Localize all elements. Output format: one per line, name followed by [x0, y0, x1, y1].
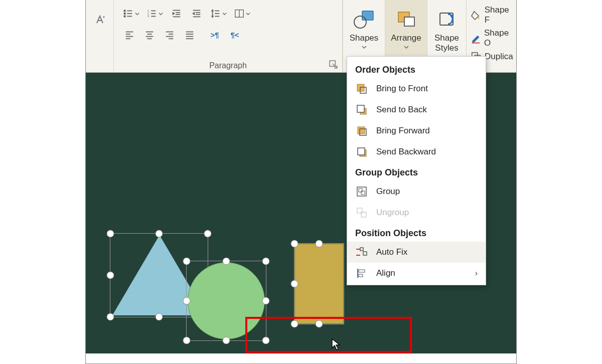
auto-fix-label: Auto Fix — [376, 247, 407, 257]
rtl-button[interactable]: ¶< — [226, 26, 243, 43]
shape-outline-label: Shape O — [484, 28, 516, 48]
shapes-label: Shapes — [350, 33, 379, 43]
bring-to-front-label: Bring to Front — [376, 84, 428, 94]
align-label: Align — [376, 268, 395, 278]
send-backward-icon — [355, 145, 368, 158]
send-to-back-label: Send to Back — [376, 105, 427, 115]
bring-to-front-item[interactable]: Bring to Front — [347, 78, 486, 99]
align-center-button[interactable] — [141, 26, 158, 43]
auto-fix-icon — [355, 246, 368, 259]
circle-shape — [188, 262, 265, 339]
align-justify-button[interactable] — [181, 26, 198, 43]
shape-fill-icon — [471, 10, 482, 21]
align-item[interactable]: Align › — [347, 263, 486, 284]
arrange-menu: Order Objects Bring to Front Send to Bac… — [347, 56, 486, 285]
shape-fill-label: Shape F — [485, 5, 516, 25]
font-color-button[interactable] — [86, 0, 113, 72]
duplicate-label: Duplica — [485, 52, 513, 62]
svg-point-43 — [354, 16, 366, 28]
increase-indent-button[interactable] — [188, 5, 205, 22]
auto-fix-item[interactable]: Auto Fix — [347, 242, 486, 263]
svg-rect-60 — [359, 189, 362, 192]
paragraph-group-label: Paragraph — [114, 61, 342, 70]
shape-styles-label: Shape Styles — [434, 33, 459, 53]
order-objects-header: Order Objects — [347, 60, 486, 78]
svg-rect-54 — [357, 105, 364, 112]
selected-rectangle[interactable] — [294, 243, 344, 324]
line-spacing-button[interactable] — [208, 5, 229, 22]
svg-rect-51 — [357, 84, 364, 91]
group-item[interactable]: Group — [347, 181, 486, 202]
svg-rect-45 — [404, 17, 414, 26]
shape-styles-icon — [437, 9, 457, 29]
ltr-button[interactable]: >¶ — [206, 26, 223, 43]
bring-forward-item[interactable]: Bring Forward — [347, 120, 486, 141]
submenu-arrow-icon: › — [475, 269, 478, 278]
svg-rect-66 — [360, 248, 363, 251]
group-objects-header: Group Objects — [347, 162, 486, 181]
selected-circle[interactable] — [186, 261, 266, 341]
paragraph-group: 123 — [113, 0, 343, 72]
position-objects-header: Position Objects — [347, 223, 486, 242]
columns-button[interactable] — [232, 5, 252, 22]
decrease-indent-button[interactable] — [168, 5, 185, 22]
send-to-back-icon — [355, 103, 368, 116]
bottom-strip — [86, 353, 516, 363]
group-label: Group — [376, 187, 400, 197]
send-backward-label: Send Backward — [376, 147, 436, 157]
numbering-button[interactable]: 123 — [144, 5, 165, 22]
app-window: 123 — [85, 0, 517, 364]
svg-point-2 — [124, 16, 125, 17]
arrange-label: Arrange — [391, 33, 421, 43]
svg-text:3: 3 — [147, 15, 149, 18]
svg-rect-67 — [363, 252, 367, 255]
send-backward-item[interactable]: Send Backward — [347, 141, 486, 162]
ungroup-icon — [355, 206, 368, 219]
shape-fill-button[interactable]: Shape F — [471, 5, 516, 25]
align-right-button[interactable] — [161, 26, 178, 43]
bullets-button[interactable] — [121, 5, 141, 22]
shapes-icon — [353, 9, 375, 29]
dialog-launcher-icon[interactable] — [329, 60, 338, 69]
svg-rect-42 — [362, 11, 373, 20]
ungroup-label: Ungroup — [376, 208, 409, 218]
svg-point-0 — [124, 10, 125, 12]
font-color-icon — [93, 14, 107, 26]
shape-outline-icon — [471, 33, 481, 44]
bring-to-front-icon — [355, 82, 368, 95]
send-to-back-item[interactable]: Send to Back — [347, 99, 486, 120]
group-icon — [355, 185, 368, 198]
bring-forward-label: Bring Forward — [376, 126, 430, 136]
align-left-button[interactable] — [121, 26, 138, 43]
svg-rect-55 — [358, 127, 365, 134]
align-icon — [355, 267, 368, 280]
shape-outline-button[interactable]: Shape O — [471, 28, 516, 48]
svg-rect-70 — [359, 274, 363, 277]
svg-rect-61 — [361, 191, 365, 195]
arrange-icon — [395, 9, 417, 29]
ungroup-item: Ungroup — [347, 202, 486, 223]
bring-forward-icon — [355, 124, 368, 137]
svg-point-47 — [450, 15, 454, 18]
svg-point-1 — [124, 13, 125, 15]
svg-rect-58 — [358, 148, 365, 155]
rectangle-shape — [294, 244, 344, 324]
cursor-icon — [331, 338, 342, 351]
svg-rect-69 — [359, 270, 365, 272]
